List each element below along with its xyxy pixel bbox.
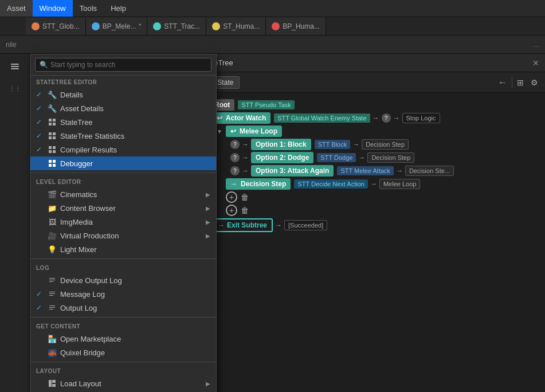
node-melee-loop[interactable]: ↩ Melee Loop (226, 126, 282, 137)
node-option3[interactable]: Option 3: Attack Again (251, 165, 334, 177)
tab-stt-glob[interactable]: STT_Glob... (26, 17, 86, 35)
check-icon-debugger: ✓ (36, 159, 44, 167)
check-icon-asset-details: ✓ (36, 104, 44, 112)
tree-row-decision-step: → Decision Step STT Decide Next Action →… (217, 178, 543, 190)
svg-rect-28 (49, 380, 52, 387)
menu-item-open-marketplace[interactable]: ✓ 🏪 Open Marketplace (30, 332, 216, 346)
menu-item-load-layout[interactable]: ✓ Load Layout ▶ (30, 377, 216, 390)
menu-item-virtual-production[interactable]: ✓ 🎥 Virtual Production ▶ (30, 229, 216, 242)
chevron-icon-imgmedia: ▶ (206, 219, 210, 225)
node-option2[interactable]: Option 2: Dodge (251, 152, 313, 163)
menu-label-quixel-bridge: Quixel Bridge (60, 348, 105, 357)
compile-dots: ... (533, 40, 539, 49)
section-level-editor: LEVEL EDITOR (30, 175, 216, 187)
tab-label-bp-huma: BP_Huma... (283, 22, 320, 30)
menu-item-device-output-log[interactable]: ✓ Device Output Log (30, 273, 216, 287)
actorwatch-connector2: → (393, 114, 400, 122)
tabs-row: STT_Glob... BP_Mele... * STT_Trac... ST_… (0, 17, 545, 36)
decision-add-button[interactable]: + (226, 191, 237, 203)
tab-bp-huma[interactable]: BP_Huma... (266, 17, 326, 35)
option2-help-icon[interactable]: ? (230, 153, 240, 162)
option1-help-icon[interactable]: ? (230, 140, 240, 149)
menu-item-message-log[interactable]: ✓ Message Log (30, 287, 216, 301)
compile-label: nile (6, 41, 17, 49)
menu-item-light-mixer[interactable]: ✓ 💡 Light Mixer (30, 242, 216, 256)
tree-row-melee-loop: ▼ ↩ Melee Loop (217, 126, 543, 137)
back-button[interactable]: ← (496, 77, 509, 88)
tab-icon-bp-mele (92, 22, 100, 30)
sidebar-icon-2[interactable]: ⋮⋮ (6, 80, 24, 96)
menu-item-debugger[interactable]: ✓ Debugger (30, 156, 216, 170)
check-icon-output-log: ✓ (36, 304, 44, 312)
svg-rect-29 (52, 380, 56, 383)
menu-item-statetree-stats[interactable]: ✓ StateTree Statistics (30, 129, 216, 143)
menu-item-compiler-results[interactable]: ✓ Compiler Results (30, 143, 216, 156)
menu-window[interactable]: Window (33, 0, 73, 17)
option3-connector: → (242, 167, 249, 175)
check-icon-compiler-results: ✓ (36, 146, 44, 154)
menu-item-asset-details[interactable]: ✓ 🔧 Asset Details (30, 101, 216, 115)
store-icon-marketplace: 🏪 (48, 334, 57, 343)
check-icon-light-mixer: ✓ (36, 245, 44, 253)
option2-connector2: → (358, 154, 365, 162)
check-icon-load-layout: ✓ (36, 379, 44, 387)
wrench-icon-asset-details: 🔧 (48, 104, 57, 113)
exit-add-button[interactable]: + (226, 205, 237, 216)
node-option1[interactable]: Option 1: Block (251, 139, 311, 150)
actorwatch-help-icon[interactable]: ? (382, 113, 391, 123)
svg-rect-7 (49, 132, 52, 135)
check-icon-cinematics: ✓ (36, 190, 44, 198)
check-icon-details: ✓ (36, 91, 44, 99)
tab-label-st-huma: ST_Huma... (223, 22, 260, 30)
tab-bp-mele[interactable]: BP_Mele... * (86, 17, 148, 35)
menu-item-cinematics[interactable]: ✓ 🎬 Cinematics ▶ (30, 187, 216, 201)
statetree-close-button[interactable]: ✕ (532, 58, 539, 68)
option3-connector2: → (396, 167, 403, 175)
settings-icon[interactable]: ⚙ (528, 77, 540, 88)
tab-st-huma[interactable]: ST_Huma... (206, 17, 266, 35)
decision-icon: → (230, 180, 237, 188)
svg-rect-11 (49, 146, 52, 149)
option1-connector: → (242, 140, 249, 148)
svg-rect-26 (49, 307, 55, 308)
menu-item-output-log[interactable]: ✓ Output Log (30, 301, 216, 315)
menu-item-content-browser[interactable]: ✓ 📁 Content Browser ▶ (30, 201, 216, 215)
node-actor-watch[interactable]: ↩ Actor Watch (212, 112, 270, 124)
exit-delete-button[interactable]: 🗑 (241, 206, 249, 215)
node-decision-step[interactable]: → Decision Step (226, 178, 291, 190)
menu-item-imgmedia[interactable]: ✓ 🖼 ImgMedia ▶ (30, 215, 216, 229)
option1-badge: STT Block (315, 140, 351, 149)
search-box: 🔍 (30, 54, 216, 76)
svg-rect-30 (52, 384, 56, 387)
svg-rect-5 (49, 123, 52, 126)
menu-label-compiler-results: Compiler Results (60, 146, 117, 154)
svg-rect-13 (49, 150, 52, 153)
tab-label-stt-glob: STT_Glob... (42, 22, 80, 30)
option3-help-icon[interactable]: ? (230, 166, 240, 175)
svg-rect-0 (11, 64, 19, 65)
menu-tools[interactable]: Tools (73, 0, 104, 17)
sidebar-icon-1[interactable] (6, 58, 24, 75)
expand-melee-loop[interactable]: ▼ (217, 128, 226, 135)
menu-item-statetree[interactable]: ✓ StateTree (30, 115, 216, 129)
menu-item-details[interactable]: ✓ 🔧 Details (30, 88, 216, 101)
grid-icon-compiler-results (48, 145, 57, 154)
option2-badge: STT Dodge (317, 153, 356, 162)
svg-rect-14 (53, 150, 56, 153)
root-label: Root (214, 101, 230, 109)
check-icon-imgmedia: ✓ (36, 218, 44, 226)
menu-help[interactable]: Help (104, 0, 133, 17)
statetree-panel-area: ≡ StateTree ✕ + Add State ← ⊞ ⚙ ▼ ↩ Root (187, 54, 545, 392)
option2-label: Option 2: Dodge (256, 154, 309, 162)
menu-item-quixel-bridge[interactable]: ✓ 🌉 Quixel Bridge (30, 346, 216, 359)
tab-icon-stt-glob (32, 22, 40, 30)
tree-row-decision-actions: + 🗑 (217, 191, 543, 203)
grid-view-icon[interactable]: ⊞ (515, 77, 526, 88)
node-exit-subtree[interactable]: → Exit Subtree (212, 218, 273, 232)
menu-asset[interactable]: Asset (0, 0, 33, 17)
tab-stt-trac[interactable]: STT_Trac... (147, 17, 206, 35)
node-tree: ▼ ↩ Root STT Pseudo Task ▼ ↩ Actor Watch… (187, 93, 545, 238)
decision-delete-button[interactable]: 🗑 (241, 193, 249, 202)
search-input[interactable] (35, 58, 211, 72)
chevron-icon-content-browser: ▶ (206, 205, 210, 211)
